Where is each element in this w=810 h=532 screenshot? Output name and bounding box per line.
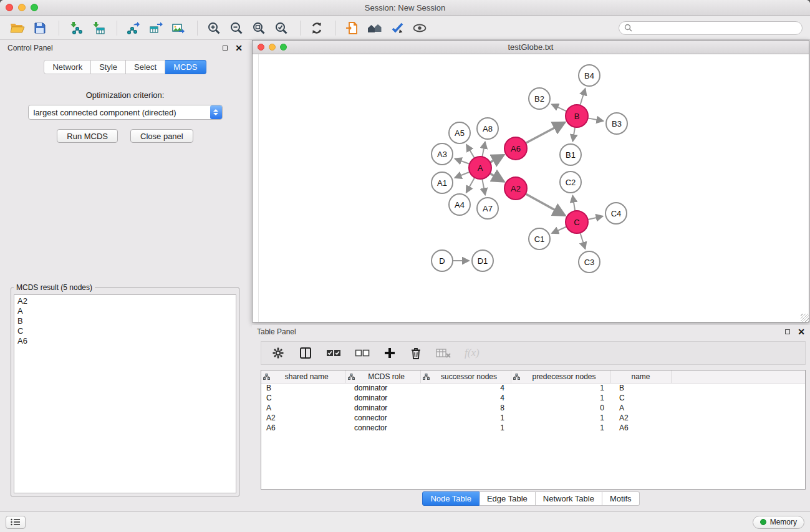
apply-style-button[interactable] xyxy=(387,19,407,37)
open-session-button[interactable] xyxy=(7,19,27,37)
graph-edge-C-C2[interactable] xyxy=(572,196,575,211)
delete-table-button[interactable] xyxy=(436,347,451,359)
optimization-criterion-dropdown[interactable]: largest connected component (directed) xyxy=(28,105,223,120)
export-image-button[interactable] xyxy=(168,19,188,37)
task-history-button[interactable] xyxy=(6,516,26,529)
zoom-out-button[interactable] xyxy=(226,19,246,37)
optimization-criterion-label: Optimization criterion: xyxy=(2,90,248,100)
close-panel-button[interactable]: Close panel xyxy=(130,129,193,143)
close-panel-icon[interactable]: ✕ xyxy=(798,327,805,336)
table-row[interactable]: A6 connector 1 1 A6 xyxy=(261,423,805,433)
search-box[interactable] xyxy=(619,21,803,35)
graph-edge-B-B3[interactable] xyxy=(587,118,604,121)
cell-successor-nodes: 1 xyxy=(420,413,511,423)
refresh-button[interactable] xyxy=(307,19,327,37)
result-item[interactable]: A6 xyxy=(17,336,233,346)
cell-mcds-role: dominator xyxy=(345,393,420,403)
table-row[interactable]: A2 connector 1 1 A2 xyxy=(261,413,805,423)
deselect-all-rows-button[interactable] xyxy=(355,348,370,358)
resize-grip[interactable] xyxy=(801,314,809,322)
zoom-window-button[interactable] xyxy=(31,4,38,11)
column-header-predecessor-nodes[interactable]: predecessor nodes xyxy=(511,370,610,383)
graph-edge-C-C1[interactable] xyxy=(552,226,567,233)
control-panel-header: Control Panel ✕ xyxy=(2,41,248,55)
tab-network-table[interactable]: Network Table xyxy=(536,491,602,506)
graph-edge-C-C3[interactable] xyxy=(580,232,585,249)
home-overview-button[interactable] xyxy=(365,19,385,37)
table-row[interactable]: B dominator 4 1 B xyxy=(261,383,805,393)
float-panel-icon[interactable] xyxy=(223,46,228,51)
tab-motifs[interactable]: Motifs xyxy=(602,491,640,506)
network-zoom-button[interactable] xyxy=(280,44,287,51)
column-header-shared-name[interactable]: shared name xyxy=(261,370,345,383)
dropdown-value: largest connected component (directed) xyxy=(29,108,210,117)
network-canvas[interactable]: B4B2BB3B1C2A5A8A6A3AA1A2A4A7C4CC1C3DD1 xyxy=(253,54,809,322)
tab-style[interactable]: Style xyxy=(91,60,126,74)
graph-edge-B-B2[interactable] xyxy=(552,104,567,112)
zoom-fit-button[interactable] xyxy=(249,19,269,37)
close-panel-icon[interactable]: ✕ xyxy=(235,44,243,52)
tab-select[interactable]: Select xyxy=(126,60,165,74)
graph-edge-A6-B[interactable] xyxy=(525,122,565,143)
graph-node-label: B3 xyxy=(612,119,622,128)
table-row[interactable]: A dominator 8 0 A xyxy=(261,403,805,413)
run-mcds-button[interactable]: Run MCDS xyxy=(57,129,118,143)
graph-edge-A2-C[interactable] xyxy=(525,193,565,215)
graph-edge-A-A1[interactable] xyxy=(455,172,470,178)
graph-edge-A-A3[interactable] xyxy=(455,158,470,164)
graph-node-label: A1 xyxy=(437,178,447,188)
cell-name: C xyxy=(610,393,671,403)
graph-edge-A-A2[interactable] xyxy=(489,173,504,181)
delete-column-button[interactable] xyxy=(410,346,422,360)
open-document-button[interactable] xyxy=(342,19,362,37)
zoom-selected-button[interactable] xyxy=(271,19,291,37)
result-item[interactable]: C xyxy=(17,326,233,336)
graph-edge-A-A8[interactable] xyxy=(482,142,485,158)
column-header-mcds-role[interactable]: MCDS role xyxy=(345,370,420,383)
window-titlebar[interactable]: Session: New Session xyxy=(0,0,810,16)
graph-edge-A-A7[interactable] xyxy=(482,178,485,195)
network-window-titlebar[interactable]: testGlobe.txt xyxy=(253,41,809,54)
result-item[interactable]: A2 xyxy=(17,296,233,306)
export-table-button[interactable] xyxy=(146,19,166,37)
column-header-name[interactable]: name xyxy=(610,370,671,383)
tab-node-table[interactable]: Node Table xyxy=(422,491,480,506)
tab-network[interactable]: Network xyxy=(44,60,91,74)
graph-node-label: C1 xyxy=(534,235,545,244)
tab-mcds[interactable]: MCDS xyxy=(165,60,206,74)
select-all-rows-button[interactable] xyxy=(326,348,341,358)
mcds-result-list[interactable]: A2 A B C A6 xyxy=(14,294,236,493)
import-table-button[interactable] xyxy=(88,19,108,37)
zoom-fit-icon xyxy=(252,21,266,35)
save-session-button[interactable] xyxy=(30,19,50,37)
float-panel-icon[interactable] xyxy=(785,329,790,334)
table-settings-button[interactable] xyxy=(271,346,285,360)
column-header-successor-nodes[interactable]: successor nodes xyxy=(420,370,511,383)
graph-edge-A-A6[interactable] xyxy=(489,155,504,163)
graph-edge-B-B4[interactable] xyxy=(580,89,586,106)
graph-edge-C-C4[interactable] xyxy=(587,216,603,220)
graph-edge-B-B1[interactable] xyxy=(573,127,576,141)
table-row[interactable]: C dominator 4 1 C xyxy=(261,393,805,403)
show-columns-button[interactable] xyxy=(299,346,312,360)
graph-edge-A-A5[interactable] xyxy=(466,145,475,158)
node-table[interactable]: shared name MCDS role successor nodes pr… xyxy=(261,370,806,490)
network-graph[interactable]: B4B2BB3B1C2A5A8A6A3AA1A2A4A7C4CC1C3DD1 xyxy=(253,54,809,322)
minimize-window-button[interactable] xyxy=(18,4,26,11)
show-hide-button[interactable] xyxy=(410,19,430,37)
zoom-in-button[interactable] xyxy=(204,19,224,37)
network-close-button[interactable] xyxy=(258,44,264,51)
search-input[interactable] xyxy=(632,23,797,33)
control-panel: Control Panel ✕ Network Style Select MCD… xyxy=(2,41,248,510)
network-minimize-button[interactable] xyxy=(269,44,276,51)
import-network-button[interactable] xyxy=(65,19,85,37)
result-item[interactable]: A xyxy=(17,306,233,316)
function-builder-button[interactable]: f(x) xyxy=(465,347,480,359)
export-network-button[interactable] xyxy=(123,19,143,37)
graph-edge-A-A4[interactable] xyxy=(466,177,475,193)
memory-button[interactable]: Memory xyxy=(753,516,804,529)
add-column-button[interactable] xyxy=(383,347,396,359)
tab-edge-table[interactable]: Edge Table xyxy=(480,491,536,506)
close-window-button[interactable] xyxy=(6,4,13,11)
result-item[interactable]: B xyxy=(17,316,233,326)
